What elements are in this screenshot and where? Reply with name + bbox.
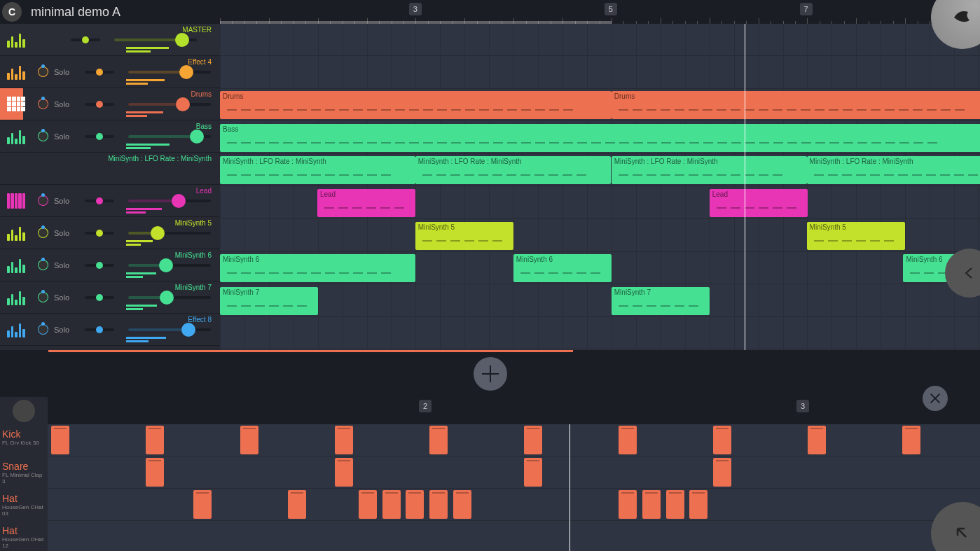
pan-slider[interactable] <box>85 328 114 331</box>
pan-slider[interactable] <box>85 135 114 138</box>
drum-step[interactable] <box>146 458 164 487</box>
drum-step[interactable] <box>524 458 542 487</box>
eq-icon <box>7 129 25 144</box>
track-row[interactable]: .solo-knob::after{background:#46e093}Sol… <box>0 281 220 314</box>
drum-step[interactable] <box>619 426 637 454</box>
spacer <box>7 161 25 176</box>
drum-step[interactable] <box>429 426 448 454</box>
volume-slider[interactable] <box>128 232 211 235</box>
pan-slider[interactable] <box>85 103 114 106</box>
pan-slider[interactable] <box>85 264 114 267</box>
solo-knob[interactable]: .solo-knob::after{background:#e835b5} <box>38 195 48 206</box>
track-row[interactable]: .solo-knob::after{background:#c3e02a}Sol… <box>0 217 220 249</box>
drum-step[interactable] <box>51 426 69 454</box>
drum-step[interactable] <box>713 458 731 487</box>
clip[interactable]: MiniSynth 5 <box>807 222 905 250</box>
volume-slider[interactable] <box>128 135 211 138</box>
pan-slider[interactable] <box>71 39 100 41</box>
solo-knob[interactable]: .solo-knob::after{background:#46e093} <box>38 260 48 270</box>
drum-step[interactable] <box>453 490 471 519</box>
track-row[interactable]: MiniSynth : LFO Rate : MiniSynth <box>0 153 220 185</box>
track-row[interactable]: MASTER <box>0 24 220 56</box>
volume-slider[interactable] <box>128 296 211 299</box>
drum-channel[interactable]: KickFL Grv Kick 30 <box>0 424 48 456</box>
drum-step[interactable] <box>713 426 731 454</box>
song-progress[interactable] <box>48 350 573 352</box>
track-row[interactable]: .solo-knob::after{background:#46e093}Sol… <box>0 120 220 153</box>
beat-marker[interactable]: 2 <box>419 400 432 412</box>
close-icon[interactable] <box>923 386 948 411</box>
drum-ruler[interactable]: 23 <box>48 397 980 424</box>
step-sequencer[interactable]: 23 <box>48 397 980 551</box>
drum-step[interactable] <box>146 426 164 454</box>
clip[interactable]: Bass <box>220 124 980 152</box>
bar-marker[interactable]: 7 <box>800 3 813 15</box>
clip[interactable]: MiniSynth 7 <box>220 287 318 315</box>
clip[interactable]: MiniSynth : LFO Rate : MiniSynth <box>415 156 611 184</box>
track-row[interactable]: .solo-knob::after{background:#f5a534}Sol… <box>0 56 220 88</box>
drum-step[interactable] <box>689 490 708 519</box>
clip[interactable]: Drums <box>612 91 980 119</box>
clip[interactable]: MiniSynth 6 <box>513 254 612 282</box>
clip[interactable]: MiniSynth : LFO Rate : MiniSynth <box>220 156 415 184</box>
clip[interactable]: MiniSynth : LFO Rate : MiniSynth <box>612 156 807 184</box>
drum-step[interactable] <box>902 426 920 454</box>
drum-step[interactable] <box>429 490 448 519</box>
drum-channel[interactable]: SnareFL Minimal Clap 3 <box>0 456 48 489</box>
clip[interactable]: MiniSynth 7 <box>612 287 710 315</box>
pan-slider[interactable] <box>85 232 114 235</box>
clip[interactable]: Lead <box>317 189 415 217</box>
pan-slider[interactable] <box>85 200 114 202</box>
volume-slider[interactable] <box>128 264 211 267</box>
track-row[interactable]: .solo-knob::after{background:#ed7050}Sol… <box>0 88 220 120</box>
track-row[interactable]: .solo-knob::after{background:#46e093}Sol… <box>0 249 220 281</box>
solo-knob[interactable]: .solo-knob::after{background:#46e093} <box>38 292 48 302</box>
drum-step[interactable] <box>288 490 306 519</box>
add-button[interactable] <box>474 357 507 391</box>
timeline[interactable]: 357 DrumsDrumsBassMiniSynth : LFO Rate :… <box>220 0 980 350</box>
solo-label: Solo <box>54 100 71 109</box>
clip[interactable]: Lead <box>710 189 808 217</box>
pan-slider[interactable] <box>85 296 114 299</box>
drum-step[interactable] <box>619 490 637 519</box>
solo-knob[interactable]: .solo-knob::after{background:#40a8f0} <box>38 324 48 335</box>
playhead[interactable] <box>745 24 745 350</box>
pattern-icon[interactable] <box>13 400 35 422</box>
drum-step[interactable] <box>642 490 661 519</box>
volume-slider[interactable] <box>128 200 211 202</box>
drum-step[interactable] <box>193 490 212 519</box>
drum-step[interactable] <box>382 490 401 519</box>
volume-slider[interactable] <box>128 103 211 106</box>
drum-step[interactable] <box>666 490 684 519</box>
solo-knob[interactable]: .solo-knob::after{background:#ed7050} <box>38 99 48 109</box>
clip[interactable]: Drums <box>220 91 612 119</box>
pan-slider[interactable] <box>85 71 114 74</box>
drum-channel[interactable]: HatHouseGen CHat 03 <box>0 489 48 521</box>
volume-slider[interactable] <box>128 71 211 74</box>
bar-marker[interactable]: 3 <box>409 3 422 15</box>
beat-marker[interactable]: 3 <box>796 400 809 412</box>
solo-knob[interactable]: .solo-knob::after{background:#46e093} <box>38 131 48 141</box>
solo-knob[interactable]: .solo-knob::after{background:#c3e02a} <box>38 228 48 238</box>
app-logo-icon[interactable]: C <box>2 2 22 22</box>
clip[interactable]: MiniSynth : LFO Rate : MiniSynth <box>807 156 980 184</box>
drum-step[interactable] <box>335 426 353 454</box>
drum-step[interactable] <box>359 490 377 519</box>
track-name: Effect 8 <box>188 316 212 323</box>
timeline-ruler[interactable]: 357 <box>220 0 980 24</box>
drum-step[interactable] <box>240 426 258 454</box>
clip[interactable]: MiniSynth 5 <box>415 222 513 250</box>
volume-slider[interactable] <box>128 328 211 331</box>
track-row[interactable]: .solo-knob::after{background:#e835b5}Sol… <box>0 185 220 217</box>
drum-step[interactable] <box>524 426 542 454</box>
volume-slider[interactable] <box>114 39 197 41</box>
song-title[interactable]: minimal demo A <box>31 5 120 20</box>
drum-step[interactable] <box>406 490 424 519</box>
drum-step[interactable] <box>335 458 353 487</box>
track-row[interactable]: .solo-knob::after{background:#40a8f0}Sol… <box>0 314 220 346</box>
drum-step[interactable] <box>808 426 826 454</box>
drum-channel[interactable]: HatHouseGen OHat 12 <box>0 521 48 551</box>
clip[interactable]: MiniSynth 6 <box>220 254 415 282</box>
solo-knob[interactable]: .solo-knob::after{background:#f5a534} <box>38 67 48 77</box>
bar-marker[interactable]: 5 <box>605 3 617 15</box>
